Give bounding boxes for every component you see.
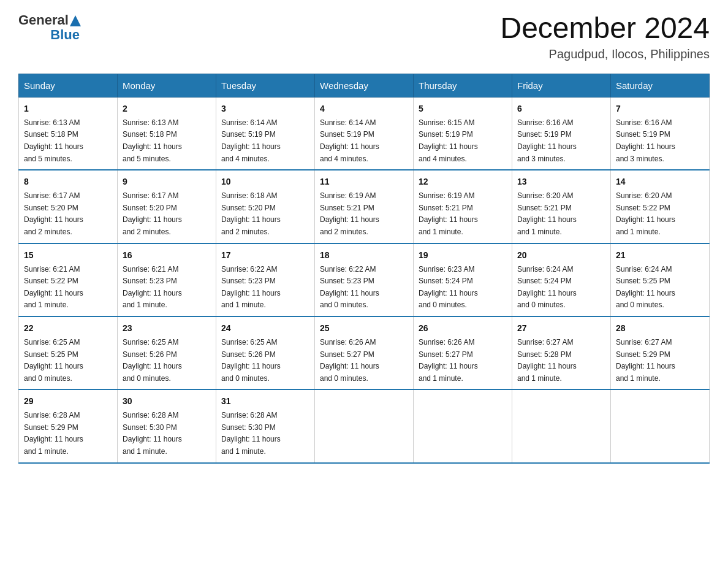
weekday-header-thursday: Thursday	[414, 74, 512, 97]
day-number: 6	[517, 102, 605, 115]
day-info: Sunrise: 6:24 AMSunset: 5:25 PMDaylight:…	[616, 265, 675, 310]
day-info: Sunrise: 6:21 AMSunset: 5:23 PMDaylight:…	[123, 265, 182, 310]
calendar-week-row: 8 Sunrise: 6:17 AMSunset: 5:20 PMDayligh…	[19, 170, 710, 243]
day-number: 10	[221, 175, 309, 188]
logo-blue-line: Blue	[18, 27, 81, 43]
calendar-week-row: 15 Sunrise: 6:21 AMSunset: 5:22 PMDaylig…	[19, 243, 710, 316]
calendar-cell: 19 Sunrise: 6:23 AMSunset: 5:24 PMDaylig…	[414, 243, 512, 316]
location-subtitle: Pagudpud, Ilocos, Philippines	[500, 47, 710, 61]
weekday-header-row: SundayMondayTuesdayWednesdayThursdayFrid…	[19, 74, 710, 97]
day-info: Sunrise: 6:13 AMSunset: 5:18 PMDaylight:…	[123, 118, 182, 163]
day-info: Sunrise: 6:27 AMSunset: 5:29 PMDaylight:…	[616, 338, 675, 383]
calendar-cell: 22 Sunrise: 6:25 AMSunset: 5:25 PMDaylig…	[19, 316, 118, 389]
day-info: Sunrise: 6:19 AMSunset: 5:21 PMDaylight:…	[320, 191, 379, 236]
day-number: 11	[320, 175, 408, 188]
day-number: 19	[419, 249, 507, 262]
day-number: 22	[24, 322, 112, 335]
day-number: 25	[320, 322, 408, 335]
logo-general-text: General	[18, 12, 69, 28]
page-header: General Blue December 2024 Pagudpud, Ilo…	[18, 12, 710, 61]
calendar-week-row: 1 Sunrise: 6:13 AMSunset: 5:18 PMDayligh…	[19, 97, 710, 170]
calendar-cell: 4 Sunrise: 6:14 AMSunset: 5:19 PMDayligh…	[315, 97, 414, 170]
day-number: 23	[123, 322, 211, 335]
day-info: Sunrise: 6:20 AMSunset: 5:22 PMDaylight:…	[616, 191, 675, 236]
calendar-week-row: 29 Sunrise: 6:28 AMSunset: 5:29 PMDaylig…	[19, 389, 710, 462]
weekday-header-tuesday: Tuesday	[216, 74, 315, 97]
day-info: Sunrise: 6:24 AMSunset: 5:24 PMDaylight:…	[517, 265, 577, 310]
day-number: 18	[320, 249, 408, 262]
calendar-cell: 17 Sunrise: 6:22 AMSunset: 5:23 PMDaylig…	[216, 243, 315, 316]
title-block: December 2024 Pagudpud, Ilocos, Philippi…	[500, 12, 710, 61]
day-number: 9	[123, 175, 211, 188]
logo-blue-text: Blue	[50, 27, 80, 43]
day-info: Sunrise: 6:22 AMSunset: 5:23 PMDaylight:…	[320, 265, 379, 310]
day-info: Sunrise: 6:21 AMSunset: 5:22 PMDaylight:…	[24, 265, 83, 310]
month-title: December 2024	[500, 12, 710, 45]
day-info: Sunrise: 6:26 AMSunset: 5:27 PMDaylight:…	[419, 338, 478, 383]
weekday-header-sunday: Sunday	[19, 74, 118, 97]
calendar-cell: 3 Sunrise: 6:14 AMSunset: 5:19 PMDayligh…	[216, 97, 315, 170]
calendar-cell: 9 Sunrise: 6:17 AMSunset: 5:20 PMDayligh…	[118, 170, 216, 243]
day-number: 30	[123, 395, 211, 408]
logo-general-line: General	[18, 12, 81, 28]
svg-marker-0	[70, 15, 81, 26]
calendar-cell: 20 Sunrise: 6:24 AMSunset: 5:24 PMDaylig…	[512, 243, 611, 316]
calendar-cell: 8 Sunrise: 6:17 AMSunset: 5:20 PMDayligh…	[19, 170, 118, 243]
day-number: 17	[221, 249, 309, 262]
day-number: 4	[320, 102, 408, 115]
day-info: Sunrise: 6:26 AMSunset: 5:27 PMDaylight:…	[320, 338, 379, 383]
day-number: 3	[221, 102, 309, 115]
day-number: 14	[616, 175, 704, 188]
day-info: Sunrise: 6:15 AMSunset: 5:19 PMDaylight:…	[419, 118, 478, 163]
calendar-cell	[315, 389, 414, 462]
calendar-cell: 24 Sunrise: 6:25 AMSunset: 5:26 PMDaylig…	[216, 316, 315, 389]
day-info: Sunrise: 6:16 AMSunset: 5:19 PMDaylight:…	[517, 118, 577, 163]
day-number: 2	[123, 102, 211, 115]
calendar-cell: 18 Sunrise: 6:22 AMSunset: 5:23 PMDaylig…	[315, 243, 414, 316]
day-number: 7	[616, 102, 704, 115]
day-number: 26	[419, 322, 507, 335]
calendar-cell: 21 Sunrise: 6:24 AMSunset: 5:25 PMDaylig…	[611, 243, 710, 316]
calendar-cell: 5 Sunrise: 6:15 AMSunset: 5:19 PMDayligh…	[414, 97, 512, 170]
day-info: Sunrise: 6:25 AMSunset: 5:25 PMDaylight:…	[24, 338, 83, 383]
calendar-cell: 26 Sunrise: 6:26 AMSunset: 5:27 PMDaylig…	[414, 316, 512, 389]
calendar-cell: 10 Sunrise: 6:18 AMSunset: 5:20 PMDaylig…	[216, 170, 315, 243]
day-number: 15	[24, 249, 112, 262]
calendar-cell: 30 Sunrise: 6:28 AMSunset: 5:30 PMDaylig…	[118, 389, 216, 462]
day-info: Sunrise: 6:13 AMSunset: 5:18 PMDaylight:…	[24, 118, 83, 163]
calendar-cell	[414, 389, 512, 462]
weekday-header-wednesday: Wednesday	[315, 74, 414, 97]
logo: General Blue	[18, 12, 81, 43]
day-number: 27	[517, 322, 605, 335]
calendar-cell: 31 Sunrise: 6:28 AMSunset: 5:30 PMDaylig…	[216, 389, 315, 462]
weekday-header-friday: Friday	[512, 74, 611, 97]
day-number: 1	[24, 102, 112, 115]
day-number: 29	[24, 395, 112, 408]
day-number: 31	[221, 395, 309, 408]
calendar-cell: 6 Sunrise: 6:16 AMSunset: 5:19 PMDayligh…	[512, 97, 611, 170]
day-info: Sunrise: 6:25 AMSunset: 5:26 PMDaylight:…	[123, 338, 182, 383]
day-info: Sunrise: 6:28 AMSunset: 5:30 PMDaylight:…	[123, 411, 182, 456]
day-info: Sunrise: 6:22 AMSunset: 5:23 PMDaylight:…	[221, 265, 281, 310]
day-info: Sunrise: 6:14 AMSunset: 5:19 PMDaylight:…	[320, 118, 379, 163]
day-info: Sunrise: 6:28 AMSunset: 5:30 PMDaylight:…	[221, 411, 281, 456]
day-info: Sunrise: 6:27 AMSunset: 5:28 PMDaylight:…	[517, 338, 577, 383]
day-info: Sunrise: 6:18 AMSunset: 5:20 PMDaylight:…	[221, 191, 281, 236]
day-info: Sunrise: 6:16 AMSunset: 5:19 PMDaylight:…	[616, 118, 675, 163]
day-number: 5	[419, 102, 507, 115]
calendar-cell: 7 Sunrise: 6:16 AMSunset: 5:19 PMDayligh…	[611, 97, 710, 170]
weekday-header-monday: Monday	[118, 74, 216, 97]
day-info: Sunrise: 6:17 AMSunset: 5:20 PMDaylight:…	[24, 191, 83, 236]
calendar-cell: 28 Sunrise: 6:27 AMSunset: 5:29 PMDaylig…	[611, 316, 710, 389]
calendar-cell: 15 Sunrise: 6:21 AMSunset: 5:22 PMDaylig…	[19, 243, 118, 316]
day-info: Sunrise: 6:17 AMSunset: 5:20 PMDaylight:…	[123, 191, 182, 236]
calendar-week-row: 22 Sunrise: 6:25 AMSunset: 5:25 PMDaylig…	[19, 316, 710, 389]
day-info: Sunrise: 6:28 AMSunset: 5:29 PMDaylight:…	[24, 411, 83, 456]
day-info: Sunrise: 6:19 AMSunset: 5:21 PMDaylight:…	[419, 191, 478, 236]
day-number: 8	[24, 175, 112, 188]
day-info: Sunrise: 6:23 AMSunset: 5:24 PMDaylight:…	[419, 265, 478, 310]
calendar-cell: 13 Sunrise: 6:20 AMSunset: 5:21 PMDaylig…	[512, 170, 611, 243]
calendar-cell	[512, 389, 611, 462]
calendar-cell: 12 Sunrise: 6:19 AMSunset: 5:21 PMDaylig…	[414, 170, 512, 243]
calendar-cell: 27 Sunrise: 6:27 AMSunset: 5:28 PMDaylig…	[512, 316, 611, 389]
